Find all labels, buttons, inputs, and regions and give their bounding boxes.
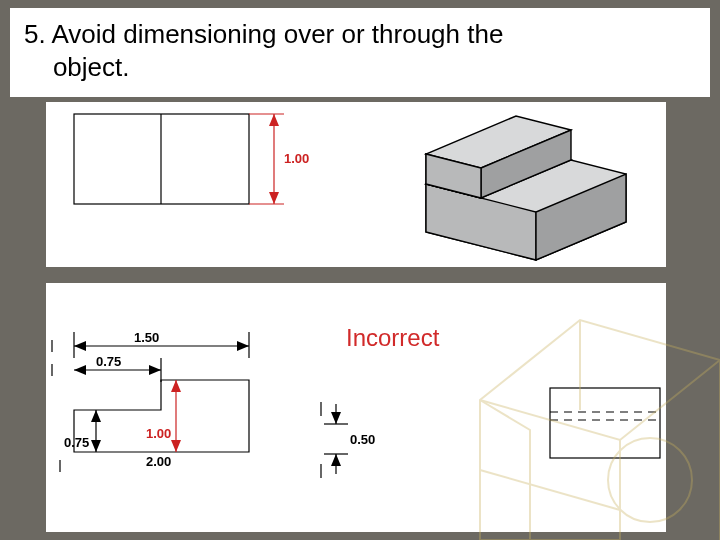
svg-marker-32 [171, 440, 181, 452]
svg-marker-36 [331, 454, 341, 466]
dim-front-h-short: 0.75 [64, 435, 89, 450]
dim-front-w-short: 0.75 [96, 354, 121, 369]
svg-marker-34 [331, 412, 341, 424]
side-view-dim: 0.50 [306, 402, 416, 540]
front-view: 1.50 0.75 0.75 1.00 2.00 [46, 332, 346, 540]
diagram-panel: 1.00 1.50 0.75 0.7 [46, 102, 666, 532]
svg-marker-17 [237, 341, 249, 351]
dim-side-h: 0.50 [350, 432, 375, 447]
iso-view [396, 112, 646, 282]
dim-front-depth: 2.00 [146, 454, 171, 469]
dim-front-h-red: 1.00 [146, 426, 171, 441]
slide-heading: 5. Avoid dimensioning over or through th… [10, 8, 710, 97]
heading-line1: 5. Avoid dimensioning over or through th… [24, 19, 503, 49]
svg-marker-31 [171, 380, 181, 392]
svg-rect-41 [550, 388, 660, 458]
svg-marker-28 [91, 440, 101, 452]
dim-front-w-long: 1.50 [134, 332, 159, 345]
incorrect-label: Incorrect [346, 324, 439, 352]
svg-marker-24 [149, 365, 161, 375]
svg-marker-23 [74, 365, 86, 375]
svg-marker-16 [74, 341, 86, 351]
panel-gap [46, 267, 666, 283]
svg-marker-27 [91, 410, 101, 422]
right-side-view [546, 384, 676, 534]
svg-marker-4 [269, 192, 279, 204]
dim-top-height: 1.00 [284, 151, 309, 166]
top-view: 1.00 [64, 108, 314, 218]
heading-line2: object. [53, 52, 130, 82]
svg-marker-3 [269, 114, 279, 126]
